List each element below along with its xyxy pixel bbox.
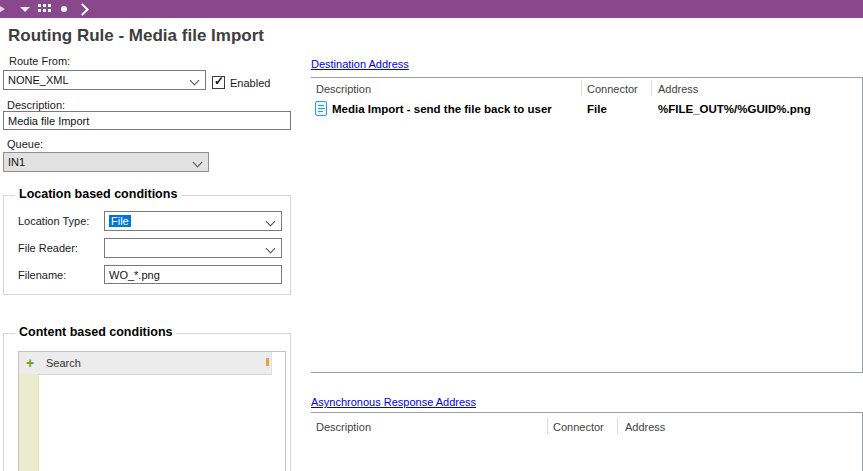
location-conditions-title: Location based conditions xyxy=(15,187,181,201)
file-reader-label: File Reader: xyxy=(18,242,78,254)
column-separator[interactable] xyxy=(547,418,548,434)
description-label: Description: xyxy=(7,99,65,111)
chevron-right-icon[interactable] xyxy=(76,3,89,16)
col-address[interactable]: Address xyxy=(658,83,698,95)
async-response-address-link[interactable]: Asynchronous Response Address xyxy=(311,396,476,408)
document-icon xyxy=(315,101,327,116)
toolbar xyxy=(0,0,863,18)
description-input[interactable]: Media file Import xyxy=(3,111,291,130)
routing-rule-screen: Routing Rule - Media file Import Route F… xyxy=(0,0,863,471)
queue-label: Queue: xyxy=(7,138,43,150)
add-condition-icon[interactable]: + xyxy=(26,355,34,371)
scroll-marker-icon xyxy=(266,358,269,366)
filename-input[interactable]: WO_*.png xyxy=(104,265,282,284)
content-search-header[interactable]: + Search xyxy=(19,352,272,375)
col-connector[interactable]: Connector xyxy=(553,421,604,433)
search-label: Search xyxy=(46,357,81,369)
chevron-down-icon xyxy=(266,244,276,254)
dot-icon[interactable] xyxy=(61,6,67,12)
route-from-label: Route From: xyxy=(9,55,70,67)
col-description[interactable]: Description xyxy=(316,421,371,433)
col-description[interactable]: Description xyxy=(316,83,371,95)
play-icon[interactable] xyxy=(0,4,5,14)
destination-table[interactable]: Description Connector Address Media Impo… xyxy=(311,77,863,373)
grid-icon[interactable] xyxy=(38,4,52,13)
content-conditions-title: Content based conditions xyxy=(15,325,176,339)
enabled-checkbox[interactable]: ✓ xyxy=(212,76,225,89)
description-value: Media file Import xyxy=(8,115,89,127)
col-connector[interactable]: Connector xyxy=(587,83,638,95)
col-address[interactable]: Address xyxy=(625,421,665,433)
page-title: Routing Rule - Media file Import xyxy=(8,26,264,46)
chevron-down-icon xyxy=(193,158,203,168)
row-description[interactable]: Media Import - send the file back to use… xyxy=(332,103,552,115)
route-from-value: NONE_XML xyxy=(8,74,69,86)
caret-down-icon[interactable] xyxy=(20,7,30,12)
location-type-select[interactable]: File xyxy=(104,211,282,231)
column-separator[interactable] xyxy=(651,80,652,96)
enabled-label: Enabled xyxy=(230,77,270,89)
column-separator[interactable] xyxy=(581,80,582,96)
chevron-down-icon xyxy=(266,217,276,227)
location-conditions-group: Location based conditions Location Type:… xyxy=(3,195,291,295)
async-response-table[interactable]: Description Connector Address xyxy=(311,412,863,471)
filename-label: Filename: xyxy=(18,269,66,281)
queue-select[interactable]: IN1 xyxy=(3,152,209,172)
chevron-down-icon xyxy=(190,76,200,86)
queue-value: IN1 xyxy=(8,156,25,168)
route-from-select[interactable]: NONE_XML xyxy=(3,70,206,90)
destination-address-link[interactable]: Destination Address xyxy=(311,58,409,70)
location-type-label: Location Type: xyxy=(18,215,89,227)
column-separator[interactable] xyxy=(617,418,618,434)
file-reader-select[interactable] xyxy=(104,238,282,258)
content-conditions-group: Content based conditions + Search xyxy=(3,333,291,471)
content-conditions-list[interactable]: + Search xyxy=(18,351,286,471)
row-connector[interactable]: File xyxy=(587,103,607,115)
location-type-value: File xyxy=(109,215,131,227)
condition-gutter xyxy=(19,374,39,471)
check-icon: ✓ xyxy=(214,74,224,88)
filename-value: WO_*.png xyxy=(109,269,160,281)
row-address[interactable]: %FILE_OUT%/%GUID%.png xyxy=(658,103,811,115)
